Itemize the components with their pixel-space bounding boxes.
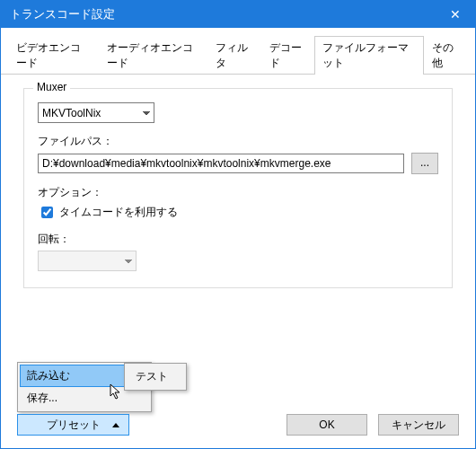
close-icon[interactable]: ✕	[435, 1, 475, 28]
option-label: オプション：	[38, 185, 438, 200]
tab-file-format[interactable]: ファイルフォーマット	[314, 36, 424, 75]
tab-strip: ビデオエンコード オーディオエンコード フィルタ デコード ファイルフォーマット…	[1, 28, 475, 75]
timecode-label: タイムコードを利用する	[59, 205, 178, 220]
window-title: トランスコード設定	[10, 6, 115, 22]
tab-other[interactable]: その他	[424, 36, 468, 75]
tab-video-encode[interactable]: ビデオエンコード	[8, 36, 99, 75]
muxer-group: Muxer MKVToolNix ファイルパス： ... オプション： タイムコ…	[23, 88, 453, 288]
tab-filter[interactable]: フィルタ	[207, 36, 260, 75]
preset-submenu: テスト	[124, 363, 187, 391]
browse-button[interactable]: ...	[411, 153, 438, 174]
rotate-label: 回転：	[38, 232, 438, 247]
filepath-label: ファイルパス：	[38, 134, 438, 149]
preset-popup: 読み込む 保存... テスト	[17, 362, 152, 412]
bottom-bar: 読み込む 保存... テスト プリセット OK キャンセル	[1, 414, 475, 436]
rotate-select	[38, 251, 137, 271]
ok-button[interactable]: OK	[286, 414, 367, 436]
titlebar: トランスコード設定 ✕	[1, 1, 475, 28]
timecode-checkbox-row[interactable]: タイムコードを利用する	[38, 204, 438, 221]
caret-up-icon	[112, 423, 119, 427]
group-title: Muxer	[33, 81, 70, 93]
muxer-select[interactable]: MKVToolNix	[38, 102, 154, 123]
tab-audio-encode[interactable]: オーディオエンコード	[99, 36, 208, 75]
tab-decode[interactable]: デコード	[261, 36, 314, 75]
filepath-input[interactable]	[38, 154, 404, 173]
cancel-button[interactable]: キャンセル	[378, 414, 459, 436]
preset-button[interactable]: プリセット	[17, 414, 129, 436]
timecode-checkbox[interactable]	[41, 207, 53, 218]
panel: Muxer MKVToolNix ファイルパス： ... オプション： タイムコ…	[1, 75, 475, 302]
popup-sub-test[interactable]: テスト	[127, 365, 184, 388]
